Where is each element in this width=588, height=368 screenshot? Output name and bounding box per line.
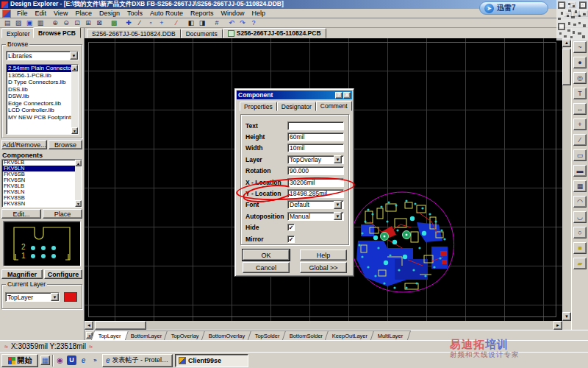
list-item[interactable]: DSS.lib [7, 86, 78, 93]
global-button[interactable]: Global >> [300, 262, 347, 273]
via-icon[interactable]: ◎ [573, 72, 587, 84]
grid-icon[interactable]: # [212, 18, 222, 27]
library1-icon[interactable]: ◧ [186, 18, 196, 27]
board-icon[interactable]: ▩ [109, 18, 119, 27]
hide-checkbox[interactable]: ✓ [287, 224, 295, 231]
scroll-up-icon[interactable]: ▲ [75, 160, 82, 166]
menu-window[interactable]: Window [217, 9, 248, 18]
chevron-down-icon[interactable]: ▼ [334, 212, 342, 220]
dialog-title-bar[interactable]: Component ? × [237, 91, 352, 99]
redo-icon[interactable]: ↷ [237, 18, 248, 27]
layer-tab-toplayer[interactable]: TopLayer [91, 330, 129, 340]
help-icon[interactable]: ? [335, 92, 343, 99]
list-item[interactable]: LCD Controller.lib [7, 107, 78, 114]
show-desktop-icon[interactable]: ▦ [40, 355, 50, 365]
xunlei-button[interactable]: ➤ 迅雷7 [479, 1, 548, 15]
media-player-icon[interactable]: ◉ [55, 355, 65, 365]
configure-button[interactable]: Configure [44, 269, 82, 279]
scroll-right-icon[interactable]: ► [553, 321, 562, 330]
tab-designator[interactable]: Designator [277, 102, 316, 111]
menu-auto-route[interactable]: Auto Route [146, 9, 187, 18]
libraries-scrollbar[interactable]: ▲ ▼ [71, 65, 78, 134]
x-location-input[interactable]: 30206mil [287, 178, 344, 187]
components-list[interactable]: FKV6LB FKV6LN FKV6SB FKV6SN FKV8LB FKV8L… [1, 159, 82, 208]
scroll-down-icon[interactable]: ▼ [75, 200, 82, 207]
arc-bottom-icon[interactable]: ◡ [573, 211, 587, 223]
list-item[interactable]: 2.54mm Plain Connectors.lib [7, 65, 78, 72]
zoom-out-icon[interactable]: ⊖ [61, 18, 71, 27]
help-button[interactable]: Help [300, 250, 347, 261]
layer-tab-multilayer[interactable]: MultiLayer [370, 330, 410, 340]
layer-color-swatch[interactable] [64, 292, 77, 302]
components-scrollbar[interactable]: ▲ ▼ [75, 160, 82, 207]
menu-help[interactable]: Help [248, 9, 270, 18]
task-protel-forum[interactable]: e 发表帖子 - Protel - 中国... [102, 354, 173, 367]
menu-design[interactable]: Design [96, 9, 123, 18]
scroll-down-icon[interactable]: ▼ [562, 312, 571, 321]
edit-button[interactable]: Edit... [1, 209, 41, 219]
libraries-list[interactable]: 2.54mm Plain Connectors.lib 13056-1-PCB.… [6, 64, 79, 135]
zoom-select-icon[interactable]: ⊠ [94, 18, 104, 27]
fill-icon[interactable]: ▬ [573, 165, 587, 177]
track-icon[interactable]: ~ [573, 41, 587, 53]
height-input[interactable]: 60mil [287, 132, 344, 141]
menu-file[interactable]: File [13, 9, 32, 18]
help-icon[interactable]: ? [248, 18, 259, 27]
menu-place[interactable]: Place [71, 9, 96, 18]
brush-icon[interactable]: ∕ [171, 18, 182, 27]
magnifier-button[interactable]: Magnifier [1, 269, 43, 279]
add-remove-button[interactable]: Add/Remove... [1, 140, 47, 149]
close-icon[interactable]: × [343, 92, 351, 99]
rect-fill-icon[interactable]: ■ [573, 242, 587, 254]
move-icon[interactable]: + [157, 18, 167, 27]
vertical-scrollbar[interactable]: ▲ ▼ [562, 38, 571, 321]
y-location-input[interactable]: 18498.285mil [287, 189, 344, 198]
zoom-in-icon[interactable]: ⊕ [50, 18, 60, 27]
place-button[interactable]: Place [43, 209, 82, 219]
layer-tab-bottomoverlay[interactable]: BottomOverlay [201, 330, 253, 340]
list-item[interactable]: DSW.lib [7, 93, 78, 100]
chevron-down-icon[interactable]: ▼ [334, 201, 342, 209]
start-button[interactable]: 開始 [1, 354, 38, 367]
rect-outline-icon[interactable]: ▭ [573, 149, 587, 161]
width-input[interactable]: 10mil [287, 144, 344, 152]
polygon-icon[interactable]: ▰ [573, 258, 587, 269]
font-select[interactable]: Default▼ [287, 200, 344, 209]
task-client99se[interactable]: Client99se [175, 354, 248, 367]
crossprobe-icon[interactable]: ✚ [123, 18, 134, 27]
dimension-icon[interactable]: ↔ [573, 103, 587, 115]
autoposition-select[interactable]: Manual▼ [287, 212, 344, 221]
list-item[interactable]: MY NEW PCB Footprints.lib [7, 114, 78, 121]
text-input[interactable] [287, 121, 344, 130]
ie-quicklaunch-icon[interactable]: e [79, 355, 88, 365]
list-item[interactable]: Edge Connectors.lib [7, 100, 78, 107]
chevron-down-icon[interactable]: ▼ [70, 52, 78, 60]
menu-view[interactable]: View [50, 9, 71, 18]
print-icon[interactable]: ▥ [35, 18, 46, 27]
horizontal-scroll-thumb[interactable] [95, 321, 146, 330]
mirror-checkbox[interactable]: ✓ [287, 236, 295, 243]
list-item[interactable]: D Type Connectors.lib [7, 79, 78, 86]
arc-top-icon[interactable]: ◠ [573, 196, 587, 208]
ok-button[interactable]: OK [243, 250, 290, 261]
footprint-preview[interactable]: 2 1 [3, 221, 81, 266]
menu-reports[interactable]: Reports [187, 9, 218, 18]
library2-icon[interactable]: ◨ [197, 18, 207, 27]
line-icon[interactable]: ∕ [573, 134, 587, 146]
current-layer-select[interactable]: TopLayer ▼ [5, 292, 60, 302]
pad-icon[interactable]: ● [573, 57, 587, 68]
select-area-icon[interactable]: ▫ [146, 18, 156, 27]
tab-pcb-document[interactable]: S256-266TJJ-05-110824.PCB [223, 28, 326, 38]
scroll-down-icon[interactable]: ▼ [71, 127, 78, 134]
chevron-down-icon[interactable]: ▼ [51, 293, 59, 301]
scroll-up-icon[interactable]: ▲ [71, 65, 78, 71]
scroll-left-icon[interactable]: ◄ [85, 321, 93, 330]
undo-icon[interactable]: ↶ [226, 18, 237, 27]
cancel-button[interactable]: Cancel [243, 262, 290, 273]
tab-documents[interactable]: Documents [181, 29, 223, 38]
layer-tab-topsolder[interactable]: TopSolder [248, 330, 287, 340]
circle-icon[interactable]: ○ [573, 227, 587, 238]
chevron-down-icon[interactable]: ▼ [334, 155, 342, 163]
wire-icon[interactable]: ∕ [135, 18, 145, 27]
zoom-window-icon[interactable]: ⊡ [72, 18, 82, 27]
